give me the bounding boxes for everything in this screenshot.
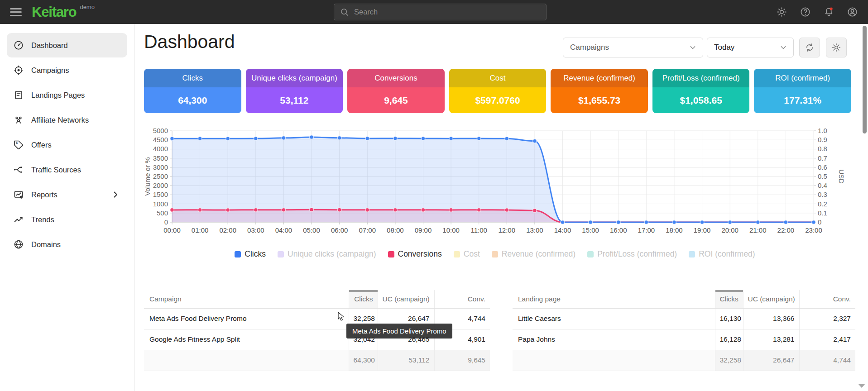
sidebar-item-label: Domains (31, 240, 61, 249)
svg-text:16:00: 16:00 (610, 226, 627, 234)
stat-card-value: $1,655.73 (551, 87, 648, 113)
svg-text:1500: 1500 (153, 191, 168, 198)
totals-cell (144, 350, 349, 371)
svg-text:04:00: 04:00 (275, 226, 293, 234)
column-header-landing-page[interactable]: Landing page (513, 290, 715, 308)
column-header-conv[interactable]: Conv. (799, 290, 855, 308)
stat-card-profit-loss-confirmed[interactable]: Profit/Loss (confirmed)$1,058.65 (652, 69, 750, 113)
chart-legend: ClicksUnique clicks (campaign)Conversion… (144, 249, 846, 259)
legend-item-profit-loss-confirmed[interactable]: Profit/Loss (confirmed) (587, 249, 677, 259)
keitaro-dashboard-page: Keitaro demo Search DashboardCampaignsLa… (0, 0, 868, 391)
column-header-clicks[interactable]: Clicks (715, 290, 743, 308)
row-tooltip: Meta Ads Food Delivery Promo (346, 324, 452, 339)
stat-card-revenue-confirmed[interactable]: Revenue (confirmed)$1,655.73 (551, 69, 648, 113)
svg-text:4500: 4500 (153, 136, 168, 143)
stat-card-label: ROI (confirmed) (754, 69, 851, 87)
legend-item-revenue-confirmed[interactable]: Revenue (confirmed) (492, 249, 575, 259)
stat-card-value: $1,058.65 (652, 87, 750, 113)
legend-swatch (235, 251, 241, 257)
table-totals-row: 64,30053,1129,645 (144, 350, 490, 371)
page-title: Dashboard (144, 31, 235, 52)
legend-item-roi-confirmed[interactable]: ROI (confirmed) (689, 249, 755, 259)
refresh-icon (805, 43, 815, 52)
page-scrollbar-thumb[interactable] (863, 26, 867, 134)
stat-card-value: 9,645 (347, 87, 445, 113)
sidebar-item-label: Campaigns (31, 66, 69, 75)
stat-card-roi-confirmed[interactable]: ROI (confirmed)177.31% (754, 69, 851, 113)
sidebar-item-label: Dashboard (31, 41, 68, 50)
sidebar-item-trends[interactable]: Trends (7, 207, 127, 232)
legend-swatch (278, 251, 284, 257)
refresh-button[interactable] (799, 38, 820, 57)
svg-text:0: 0 (164, 218, 168, 226)
legend-item-clicks[interactable]: Clicks (235, 249, 266, 259)
sidebar-item-dashboard[interactable]: Dashboard (7, 33, 127, 57)
global-search-input[interactable]: Search (334, 4, 547, 20)
svg-text:5000: 5000 (153, 127, 168, 134)
svg-text:21:00: 21:00 (749, 226, 767, 234)
bell-icon[interactable] (823, 6, 834, 18)
column-header-clicks[interactable]: Clicks (349, 290, 378, 308)
sidebar-item-domains[interactable]: Domains (7, 232, 127, 257)
stat-card-label: Revenue (confirmed) (551, 69, 648, 87)
svg-text:13:00: 13:00 (526, 226, 543, 234)
group-by-select[interactable]: Campaigns (563, 38, 703, 57)
stat-card-conversions[interactable]: Conversions9,645 (347, 69, 445, 113)
legend-item-unique-clicks-campaign[interactable]: Unique clicks (campaign) (278, 249, 376, 259)
reports-icon (13, 189, 24, 200)
sidebar-item-affiliate-networks[interactable]: Affiliate Networks (7, 108, 127, 132)
legend-item-conversions[interactable]: Conversions (388, 249, 442, 259)
totals-cell: 64,300 (349, 350, 378, 371)
user-icon[interactable] (847, 6, 858, 18)
legend-item-cost[interactable]: Cost (454, 249, 480, 259)
sidebar-item-reports[interactable]: Reports (7, 182, 127, 207)
stat-card-label: Profit/Loss (confirmed) (652, 69, 750, 87)
row-value-cell: 2,327 (799, 308, 855, 329)
svg-text:09:00: 09:00 (415, 226, 432, 234)
svg-text:3000: 3000 (153, 163, 168, 171)
chevron-right-icon (110, 189, 121, 200)
offers-icon: $ (13, 139, 24, 150)
column-header-uc-campaign[interactable]: UC (campaign) (743, 290, 799, 308)
stat-card-value: 64,300 (144, 87, 241, 113)
hamburger-menu-icon[interactable] (10, 8, 22, 16)
main-content: Dashboard Campaigns Today Clicks64,300Un… (135, 24, 868, 391)
stat-card-label: Cost (449, 69, 547, 87)
help-icon[interactable] (800, 6, 811, 18)
svg-text:1.0: 1.0 (818, 127, 827, 134)
scroll-down-arrow[interactable] (858, 384, 865, 388)
legend-label: Profit/Loss (confirmed) (597, 249, 677, 259)
sidebar-item-traffic-sources[interactable]: Traffic Sources (7, 157, 127, 182)
column-header-uc-campaign[interactable]: UC (campaign) (378, 290, 434, 308)
stat-card-unique-clicks-campaign[interactable]: Unique clicks (campaign)53,112 (246, 69, 343, 113)
legend-label: Unique clicks (campaign) (288, 249, 376, 259)
keitaro-logo[interactable]: Keitaro (32, 4, 76, 20)
sidebar-item-offers[interactable]: $Offers (7, 133, 127, 157)
table-row[interactable]: Papa Johns16,12813,2812,417 (513, 329, 855, 350)
svg-text:0.4: 0.4 (818, 181, 827, 189)
svg-text:03:00: 03:00 (247, 226, 264, 234)
dashboard-icon (13, 40, 24, 51)
column-header-conv[interactable]: Conv. (434, 290, 490, 308)
gear-icon[interactable] (776, 6, 787, 18)
legend-label: Cost (464, 249, 480, 259)
column-header-campaign[interactable]: Campaign (144, 290, 349, 308)
traffic-icon (13, 164, 24, 175)
row-value-cell: 13,366 (743, 308, 799, 329)
svg-text:USD: USD (838, 169, 845, 184)
table-row[interactable]: Little Caesars16,13013,3662,327 (513, 308, 855, 329)
topbar-actions (776, 0, 858, 24)
dashboard-settings-button[interactable] (826, 38, 847, 57)
stat-card-cost[interactable]: Cost$597.0760 (449, 69, 547, 113)
period-select[interactable]: Today (707, 38, 794, 57)
dashboard-chart[interactable]: 0500100015002000250030003500400045005000… (144, 126, 846, 240)
svg-text:2500: 2500 (153, 172, 168, 180)
totals-cell: 4,744 (799, 350, 855, 371)
svg-text:11:00: 11:00 (470, 226, 487, 234)
sidebar-item-campaigns[interactable]: Campaigns (7, 58, 127, 82)
table-header-row: CampaignClicksUC (campaign)Conv. (144, 290, 490, 308)
sidebar-item-landings-pages[interactable]: Landings Pages (7, 83, 127, 107)
svg-text:Volume or %: Volume or % (144, 157, 151, 196)
stat-card-clicks[interactable]: Clicks64,300 (144, 69, 241, 113)
row-name-cell: Google Ads Fitness App Split (144, 329, 349, 350)
